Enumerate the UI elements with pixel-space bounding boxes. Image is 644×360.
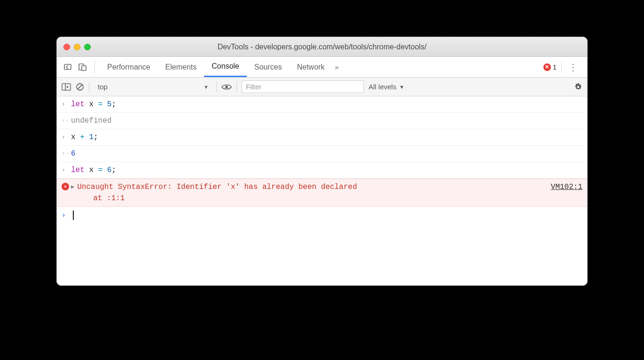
toggle-device-toolbar-icon[interactable] <box>62 57 76 77</box>
error-counter[interactable]: ✕ 1 <box>543 63 557 71</box>
toggle-sidebar-icon[interactable] <box>62 83 71 91</box>
tab-performance[interactable]: Performance <box>100 57 158 77</box>
console-input-code: x + 1; <box>71 132 582 143</box>
svg-rect-3 <box>62 84 71 90</box>
chevron-down-icon: ▼ <box>204 84 209 90</box>
panel-tabs: PerformanceElementsConsoleSourcesNetwork <box>100 57 332 77</box>
output-prompt-icon: ‹· <box>62 115 71 126</box>
error-disclosure-icon[interactable]: ▶ <box>69 181 77 204</box>
input-prompt-icon: › <box>62 210 71 221</box>
console-input-row: ›x + 1; <box>57 129 587 146</box>
input-prompt-icon: › <box>62 164 71 176</box>
error-count: 1 <box>553 63 557 71</box>
error-message: Uncaught SyntaxError: Identifier 'x' has… <box>77 181 544 204</box>
window-maximize-button[interactable] <box>84 44 91 50</box>
settings-menu-button[interactable]: ⋮ <box>566 62 580 73</box>
window-title: DevTools - developers.google.com/web/too… <box>57 43 587 51</box>
window-minimize-button[interactable] <box>74 44 80 50</box>
console-prompt[interactable]: › <box>57 207 587 224</box>
log-levels-selector[interactable]: All levels ▼ <box>369 83 404 91</box>
live-expression-icon[interactable] <box>221 84 232 90</box>
console-prompt-input[interactable] <box>71 210 582 221</box>
titlebar: DevTools - developers.google.com/web/too… <box>57 37 587 57</box>
error-source-link[interactable]: VM102:1 <box>544 181 582 193</box>
tab-elements[interactable]: Elements <box>158 57 204 77</box>
context-selector[interactable]: top ▼ <box>94 82 212 92</box>
console-input-row: ›let x = 6; <box>57 162 587 179</box>
devtools-tabbar: PerformanceElementsConsoleSourcesNetwork… <box>57 57 587 78</box>
console-output-value: undefined <box>71 115 582 126</box>
more-panels-button[interactable]: » <box>332 57 341 77</box>
context-selector-label: top <box>98 83 108 91</box>
console-input-code: let x = 6; <box>71 164 582 176</box>
console-output: ›let x = 5;‹·undefined›x + 1;‹·6›let x =… <box>57 96 587 285</box>
filter-placeholder: Filter <box>246 83 261 91</box>
svg-point-7 <box>225 86 228 88</box>
clear-console-icon[interactable] <box>76 83 84 91</box>
tab-sources[interactable]: Sources <box>247 57 290 77</box>
error-icon: ✕ <box>62 183 69 190</box>
svg-rect-2 <box>82 66 86 70</box>
error-icon: ✕ <box>543 63 551 71</box>
traffic-lights <box>63 44 91 50</box>
chevron-down-icon: ▼ <box>399 84 404 90</box>
log-levels-label: All levels <box>369 83 396 91</box>
console-output-value: 6 <box>71 148 582 159</box>
tab-network[interactable]: Network <box>290 57 332 77</box>
console-toolbar: top ▼ Filter All levels ▼ <box>57 78 587 96</box>
console-error-row: ✕▶Uncaught SyntaxError: Identifier 'x' h… <box>57 179 587 207</box>
console-input-row: ›let x = 5; <box>57 96 587 113</box>
console-input-code: let x = 5; <box>71 99 582 110</box>
input-prompt-icon: › <box>62 99 71 110</box>
select-element-icon[interactable] <box>76 57 90 77</box>
console-settings-icon[interactable] <box>574 83 582 91</box>
output-prompt-icon: ‹· <box>62 148 71 159</box>
console-output-row: ‹·undefined <box>57 113 587 129</box>
tab-console[interactable]: Console <box>204 57 247 77</box>
filter-input[interactable]: Filter <box>242 80 364 93</box>
svg-line-6 <box>78 85 82 89</box>
input-prompt-icon: › <box>62 132 71 143</box>
devtools-window: DevTools - developers.google.com/web/too… <box>56 37 588 286</box>
window-close-button[interactable] <box>63 44 70 50</box>
console-output-row: ‹·6 <box>57 146 587 162</box>
